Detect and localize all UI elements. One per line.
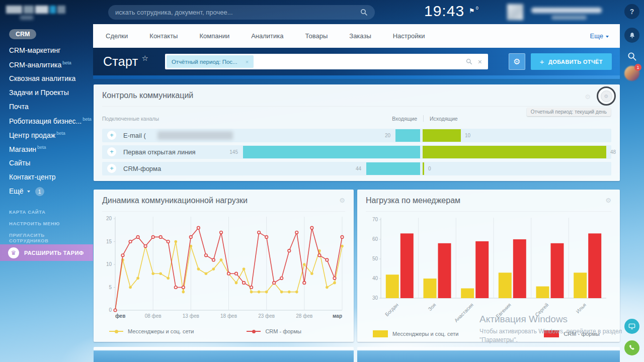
beta-tag: beta (62, 60, 71, 65)
svg-text:50: 50 (372, 256, 378, 261)
incoming-value: 145 (102, 145, 238, 159)
sidebar-footer-link[interactable]: НАСТРОИТЬ МЕНЮ (0, 218, 93, 229)
incoming-bar (395, 129, 420, 142)
favorite-star-icon[interactable]: ☆ (141, 54, 148, 63)
nav-tab[interactable]: Компании (199, 32, 229, 40)
nav-more-dropdown[interactable]: Еще (590, 32, 609, 40)
sidebar-footer-link[interactable]: КАРТА САЙТА (0, 206, 93, 218)
legend-item: Мессенджеры и соц. сети (373, 330, 458, 337)
sidebar-item[interactable]: Задачи и Проекты (0, 85, 93, 100)
outgoing-value: 10 (465, 129, 470, 142)
sidebar-item-more[interactable]: Ещё1 (0, 184, 93, 198)
sidebar-search-button[interactable] (624, 49, 639, 64)
sidebar-item[interactable]: CRM-маркетинг (0, 43, 93, 57)
profile-avatar[interactable]: 1 (624, 66, 639, 81)
sidebar-footer-links: КАРТА САЙТАНАСТРОИТЬ МЕНЮПРИГЛАСИТЬ СОТР… (0, 206, 93, 241)
column-divider (423, 115, 424, 122)
nav-tab[interactable]: Заказы (349, 32, 371, 40)
svg-text:Богдан: Богдан (384, 302, 399, 318)
sidebar-item[interactable]: Роботизация бизнес...beta (0, 114, 93, 128)
sidebar-item[interactable]: Магазинbeta (0, 142, 93, 156)
beta-tag: beta (56, 131, 65, 136)
widget-manager-load: Нагрузка по менеджерам ⚙ 3040506070Богда… (357, 190, 620, 342)
sidebar-item[interactable]: Сквозная аналитика (0, 71, 93, 85)
legend-line-swatch (109, 331, 123, 332)
svg-text:Анастасия: Анастасия (453, 302, 474, 323)
svg-text:70: 70 (372, 217, 378, 222)
svg-text:Сергей: Сергей (534, 302, 549, 318)
user-name-blurred (531, 8, 602, 13)
search-icon[interactable] (360, 9, 368, 16)
filter-chip[interactable]: Отчётный период: Пос... × (167, 55, 254, 68)
nav-tab[interactable]: Сделки (106, 32, 128, 40)
outgoing-value: 48 (610, 145, 616, 159)
col-outgoing: Исходящие (430, 116, 458, 122)
incoming-bar (366, 162, 420, 175)
partial-widget-left (94, 347, 354, 362)
sidebar-item-crm[interactable]: CRM (9, 29, 36, 39)
clock[interactable]: 19:43 (424, 3, 464, 20)
svg-text:фев: фев (115, 313, 125, 319)
widget-communication-dynamics: Динамика коммуникационной нагрузки ⚙ 051… (94, 190, 354, 342)
bell-icon (628, 32, 636, 39)
svg-text:18 фев: 18 фев (220, 313, 237, 319)
sidebar-item[interactable]: CRM-аналитикаbeta (0, 57, 93, 71)
svg-text:Илья: Илья (575, 302, 588, 315)
svg-text:5: 5 (109, 285, 112, 290)
sidebar-footer-link[interactable]: ПРИГЛАСИТЬ СОТРУДНИКОВ (0, 229, 93, 241)
bar-chart: 3040506070БогданЗояАнастасияЕвгенияСерге… (366, 215, 611, 329)
global-search-input[interactable]: искать сотрудника, документ, прочее... (108, 5, 375, 20)
plus-icon: + (540, 57, 544, 66)
dashboard-settings-button[interactable]: ⚙ (509, 53, 525, 70)
svg-text:28 фев: 28 фев (296, 313, 312, 319)
add-report-button[interactable]: + ДОБАВИТЬ ОТЧЁТ (531, 53, 612, 70)
beta-tag: beta (83, 117, 92, 122)
search-placeholder: искать сотрудника, документ, прочее... (115, 9, 233, 16)
filter-search-bar[interactable]: Отчётный период: Пос... × × (165, 54, 488, 69)
gear-icon[interactable]: ⚙ (605, 197, 611, 204)
nav-tab[interactable]: Контакты (149, 32, 178, 40)
svg-text:23 фев: 23 фев (258, 313, 275, 319)
help-button[interactable]: ? (624, 4, 639, 19)
svg-text:20: 20 (106, 216, 112, 221)
nav-tab[interactable]: Товары (305, 32, 328, 40)
outgoing-bar (423, 129, 461, 142)
channel-row[interactable]: +CRM-форма440 (102, 162, 611, 175)
incoming-value: 44 (102, 162, 361, 175)
screen-share-button[interactable] (624, 319, 639, 334)
filter-clear-icon[interactable]: × (478, 58, 482, 66)
incoming-value: 20 (102, 129, 390, 142)
nav-tab[interactable]: Настройки (393, 32, 425, 40)
widget-communications-control: Контроль коммуникаций ⚙ ⚙ Отчетный перио… (94, 84, 620, 181)
sidebar-item[interactable]: Контакт-центр (0, 170, 93, 184)
channels-label: Подключенные каналы (102, 116, 159, 122)
widget-title: Контроль коммуникаций (102, 91, 193, 100)
sidebar-item[interactable]: Почта (0, 100, 93, 114)
logo-sub-blurred (20, 16, 33, 20)
notifications-button[interactable] (624, 28, 639, 43)
svg-text:Зоя: Зоя (427, 302, 437, 312)
channel-row[interactable]: +E-mail (2010 (102, 129, 611, 142)
line-chart: 05101520фев08 фев13 фев18 фев23 фев28 фе… (102, 215, 345, 327)
gear-icon[interactable]: ⚙ (585, 93, 591, 101)
gear-icon: ⚙ (513, 57, 520, 66)
call-button[interactable] (624, 340, 639, 355)
nav-tab[interactable]: Аналитика (251, 32, 283, 40)
flag-counter[interactable]: ⚑0 (469, 7, 477, 15)
svg-text:0: 0 (109, 307, 112, 313)
sidebar-item[interactable]: Сайты (0, 156, 93, 170)
current-user-blurred[interactable] (507, 4, 608, 22)
svg-text:10: 10 (106, 261, 112, 267)
partial-widget-right (357, 347, 620, 362)
chip-remove-icon[interactable]: × (246, 59, 249, 65)
notification-badge: 1 (634, 64, 641, 71)
widget-period-button-highlighted[interactable]: ⚙ (597, 86, 616, 106)
flag-count: 0 (476, 6, 478, 11)
sidebar-item[interactable]: Центр продажbeta (0, 128, 93, 142)
channel-row[interactable]: +Первая открытая линия14548 (102, 145, 611, 159)
upgrade-plan-button[interactable]: ♛ РАСШИРИТЬ ТАРИФ (0, 244, 93, 261)
filter-search-icon[interactable] (466, 58, 472, 65)
svg-text:40: 40 (372, 276, 378, 281)
user-status-blurred (551, 16, 587, 20)
gear-icon[interactable]: ⚙ (339, 197, 345, 204)
